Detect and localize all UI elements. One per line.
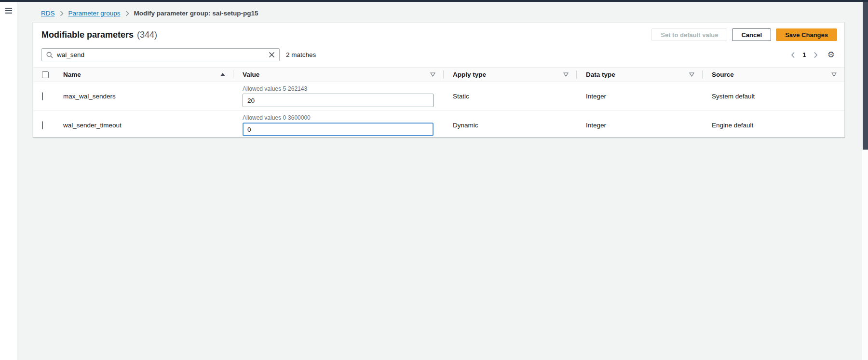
select-all-cell — [33, 68, 54, 82]
column-header-source[interactable]: Source — [702, 68, 844, 82]
page-scrollbar[interactable] — [862, 2, 868, 360]
modifiable-parameters-card: Modifiable parameters (344) Set to defau… — [33, 22, 845, 138]
apply-type: Static — [443, 93, 576, 100]
search-icon — [46, 52, 53, 58]
table-row: wal_sender_timeout Allowed values 0-3600… — [33, 111, 844, 138]
column-header-value[interactable]: Value — [233, 68, 443, 82]
allowed-values-hint: Allowed values 0-3600000 — [243, 114, 434, 121]
side-rail — [0, 2, 17, 360]
next-page-icon[interactable] — [814, 52, 818, 58]
previous-page-icon[interactable] — [791, 52, 795, 58]
column-header-data-type[interactable]: Data type — [576, 68, 702, 82]
breadcrumb-link-rds[interactable]: RDS — [41, 10, 55, 17]
menu-hamburger-icon[interactable] — [5, 8, 12, 15]
source: Engine default — [702, 122, 844, 129]
save-changes-button[interactable]: Save Changes — [776, 28, 837, 41]
header-actions: Set to default value Cancel Save Changes — [651, 28, 837, 41]
parameter-count: (344) — [137, 30, 157, 40]
column-header-apply-type[interactable]: Apply type — [443, 68, 576, 82]
column-label: Name — [63, 71, 81, 78]
top-nav-edge — [0, 0, 868, 2]
current-page-number[interactable]: 1 — [802, 51, 806, 58]
filter-icon[interactable] — [689, 72, 694, 77]
column-label: Data type — [586, 71, 615, 78]
parameters-table: Name Value Apply type Data type — [33, 67, 844, 138]
match-count: 2 matches — [286, 51, 316, 58]
settings-gear-icon[interactable]: ⚙ — [827, 51, 835, 59]
column-label: Apply type — [453, 71, 486, 78]
filter-icon[interactable] — [430, 72, 435, 77]
search-input[interactable] — [57, 51, 265, 58]
source: System default — [702, 93, 844, 100]
apply-type: Dynamic — [443, 122, 576, 129]
row-select-cell — [33, 93, 54, 100]
table-header-row: Name Value Apply type Data type — [33, 68, 844, 82]
filter-icon[interactable] — [563, 72, 569, 77]
column-header-name[interactable]: Name — [54, 68, 233, 82]
parameter-value-input[interactable] — [243, 94, 434, 107]
page-title: Modifiable parameters — [41, 30, 134, 40]
parameter-name: max_wal_senders — [54, 93, 233, 100]
pagination: 1 ⚙ — [791, 51, 836, 59]
row-select-cell — [33, 122, 54, 129]
allowed-values-hint: Allowed values 5-262143 — [243, 85, 434, 92]
breadcrumb-current: Modify parameter group: sai-setup-pg15 — [134, 10, 258, 17]
parameter-value-input[interactable] — [243, 123, 434, 136]
cancel-button[interactable]: Cancel — [732, 28, 771, 41]
row-checkbox[interactable] — [42, 121, 43, 129]
set-to-default-button[interactable]: Set to default value — [651, 28, 727, 41]
sort-ascending-icon[interactable] — [220, 73, 225, 76]
row-checkbox[interactable] — [42, 92, 43, 100]
clear-search-icon[interactable] — [269, 52, 275, 58]
breadcrumb: RDS Parameter groups Modify parameter gr… — [41, 10, 258, 17]
chevron-right-icon — [125, 11, 129, 16]
scrollbar-thumb[interactable] — [863, 2, 868, 150]
chevron-right-icon — [60, 11, 64, 16]
column-label: Source — [712, 71, 734, 78]
parameter-value-cell: Allowed values 0-3600000 — [233, 114, 443, 136]
toolbar-row: 2 matches 1 ⚙ — [33, 45, 844, 67]
table-row: max_wal_senders Allowed values 5-262143 … — [33, 82, 844, 111]
card-header: Modifiable parameters (344) Set to defau… — [33, 23, 844, 45]
select-all-checkbox[interactable] — [42, 71, 49, 78]
parameter-name: wal_sender_timeout — [54, 122, 233, 129]
search-box[interactable] — [41, 48, 280, 61]
column-label: Value — [243, 71, 259, 78]
data-type: Integer — [576, 122, 702, 129]
breadcrumb-link-parameter-groups[interactable]: Parameter groups — [68, 10, 121, 17]
filter-icon[interactable] — [831, 72, 837, 77]
data-type: Integer — [576, 93, 702, 100]
parameter-value-cell: Allowed values 5-262143 — [233, 85, 443, 107]
